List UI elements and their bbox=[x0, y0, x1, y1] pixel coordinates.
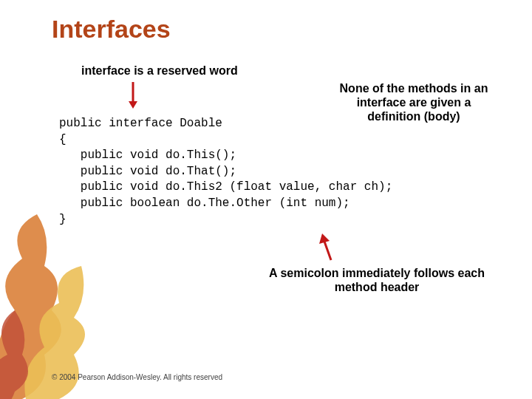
arrow-down-icon bbox=[126, 81, 140, 110]
svg-marker-1 bbox=[129, 101, 137, 109]
annotation-reserved-word-rest: is a reserved word bbox=[131, 64, 238, 77]
code-block: public interface Doable { public void do… bbox=[59, 116, 495, 228]
slide-title: Interfaces bbox=[52, 15, 495, 44]
annotation-semicolon: A semicolon immediately follows each met… bbox=[259, 266, 495, 294]
svg-line-2 bbox=[324, 239, 331, 260]
copyright-footer: © 2004 Pearson Addison-Wesley. All right… bbox=[52, 373, 222, 381]
arrow-up-icon bbox=[318, 232, 340, 262]
keyword-interface: interface bbox=[81, 64, 131, 77]
svg-marker-3 bbox=[319, 233, 330, 244]
annotation-reserved-word: interface is a reserved word bbox=[81, 64, 495, 78]
annotation-no-body: None of the methods in an interface are … bbox=[332, 81, 495, 124]
